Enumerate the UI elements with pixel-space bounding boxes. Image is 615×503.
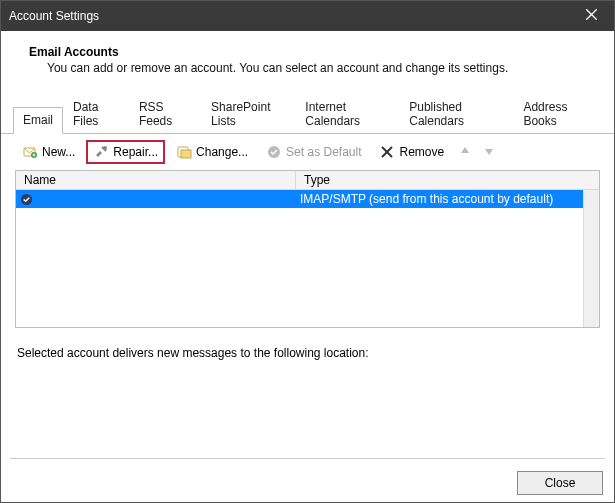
account-type-cell: IMAP/SMTP (send from this account by def…	[296, 192, 599, 206]
tab-address-books[interactable]: Address Books	[513, 94, 602, 134]
footer: Close	[12, 471, 603, 495]
list-scrollbar[interactable]	[583, 190, 599, 327]
account-row[interactable]: IMAP/SMTP (send from this account by def…	[16, 190, 599, 208]
tab-email[interactable]: Email	[13, 107, 63, 134]
close-button[interactable]: Close	[517, 471, 603, 495]
change-button-label: Change...	[196, 145, 248, 159]
default-account-icon	[16, 193, 36, 206]
header: Email Accounts You can add or remove an …	[1, 31, 614, 93]
tab-internet-calendars[interactable]: Internet Calendars	[295, 94, 399, 134]
header-title: Email Accounts	[29, 45, 594, 59]
set-default-button: Set as Default	[259, 140, 368, 164]
svg-point-6	[103, 146, 107, 150]
change-button[interactable]: Change...	[169, 140, 255, 164]
tab-sharepoint-lists[interactable]: SharePoint Lists	[201, 94, 295, 134]
set-default-button-label: Set as Default	[286, 145, 361, 159]
change-icon	[176, 144, 192, 160]
tab-data-files[interactable]: Data Files	[63, 94, 129, 134]
account-name-value	[40, 191, 190, 205]
remove-button[interactable]: Remove	[372, 140, 451, 164]
column-header-type[interactable]: Type	[296, 171, 599, 189]
footer-separator	[10, 458, 605, 459]
arrow-up-icon	[459, 145, 471, 160]
header-subtitle: You can add or remove an account. You ca…	[29, 61, 594, 75]
account-list: Name Type IMAP/SMTP (send from this acco…	[15, 170, 600, 328]
selected-location-label: Selected account delivers new messages t…	[1, 328, 614, 368]
list-body: IMAP/SMTP (send from this account by def…	[16, 190, 599, 327]
repair-button[interactable]: Repair...	[86, 140, 165, 164]
tab-published-calendars[interactable]: Published Calendars	[399, 94, 513, 134]
arrow-down-icon	[483, 145, 495, 160]
new-button[interactable]: New...	[15, 140, 82, 164]
new-account-icon	[22, 144, 38, 160]
remove-icon	[379, 144, 395, 160]
move-up-button	[455, 142, 475, 162]
list-header: Name Type	[16, 171, 599, 190]
column-header-name[interactable]: Name	[16, 171, 296, 189]
window-title: Account Settings	[9, 9, 99, 23]
titlebar: Account Settings	[1, 1, 614, 31]
close-icon	[586, 9, 597, 23]
account-name-cell	[36, 191, 296, 208]
check-circle-icon	[266, 144, 282, 160]
toolbar: New... Repair... Change... Set as Defaul…	[1, 134, 614, 170]
new-button-label: New...	[42, 145, 75, 159]
svg-rect-8	[181, 150, 191, 158]
move-down-button	[479, 142, 499, 162]
remove-button-label: Remove	[399, 145, 444, 159]
tab-rss-feeds[interactable]: RSS Feeds	[129, 94, 201, 134]
window-close-button[interactable]	[569, 1, 614, 31]
tab-strip: Email Data Files RSS Feeds SharePoint Li…	[1, 93, 614, 134]
repair-icon	[93, 144, 109, 160]
repair-button-label: Repair...	[113, 145, 158, 159]
